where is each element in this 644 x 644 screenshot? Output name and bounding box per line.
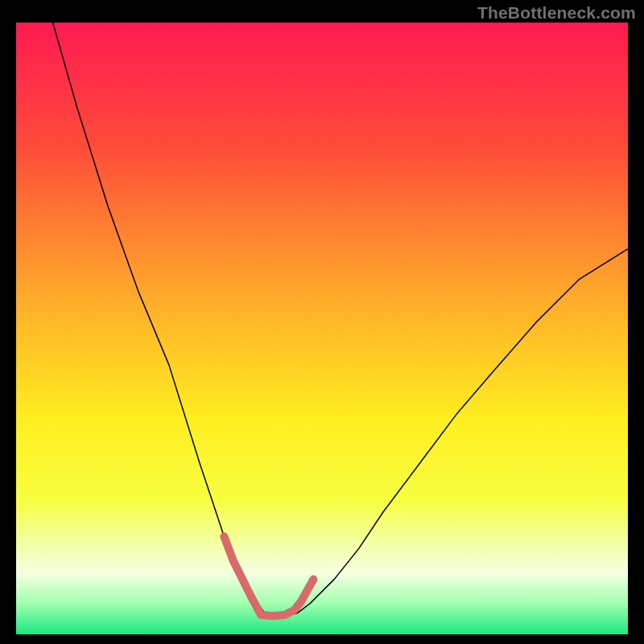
- plot-background: [16, 23, 628, 634]
- chart-frame: TheBottleneck.com: [0, 0, 644, 644]
- chart-plot: [16, 23, 628, 634]
- watermark-text: TheBottleneck.com: [477, 3, 636, 23]
- chart-svg: [16, 23, 628, 634]
